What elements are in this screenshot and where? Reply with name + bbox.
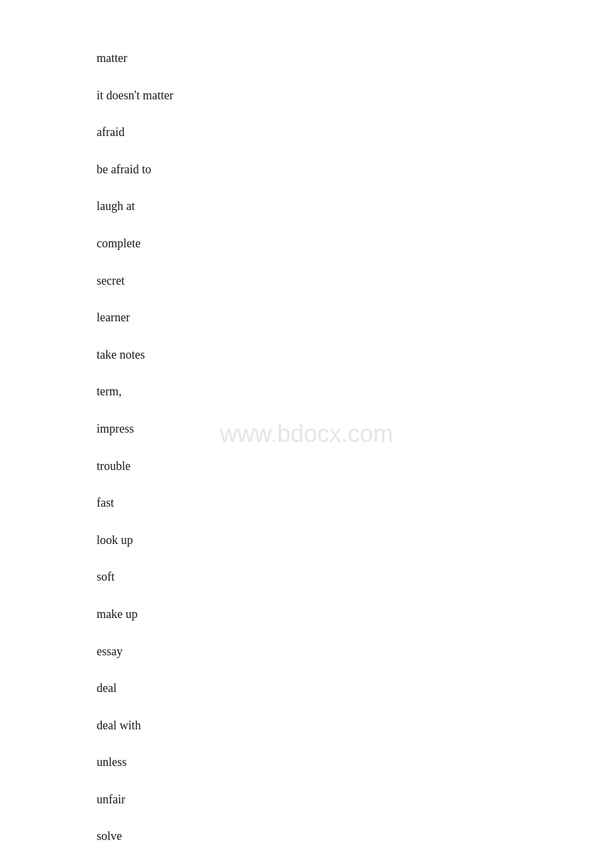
list-item: soft (97, 559, 613, 596)
list-item: regard (97, 855, 613, 868)
list-item: look up (97, 522, 613, 559)
word-list: matterit doesn't matterafraidbe afraid t… (0, 0, 613, 868)
list-item: secret (97, 263, 613, 300)
list-item: it doesn't matter (97, 77, 613, 115)
list-item: matter (97, 40, 613, 77)
list-item: trouble (97, 448, 613, 485)
list-item: unfair (97, 781, 613, 819)
list-item: make up (97, 596, 613, 633)
list-item: take notes (97, 337, 613, 374)
list-item: essay (97, 633, 613, 671)
list-item: be afraid to (97, 151, 613, 189)
list-item: unless (97, 744, 613, 781)
list-item: laugh at (97, 188, 613, 225)
list-item: solve (97, 818, 613, 855)
list-item: complete (97, 225, 613, 263)
list-item: term, (97, 373, 613, 411)
list-item: impress (97, 411, 613, 448)
list-item: deal (97, 670, 613, 707)
list-item: afraid (97, 114, 613, 151)
list-item: learner (97, 299, 613, 337)
list-item: fast (97, 485, 613, 522)
list-item: deal with (97, 707, 613, 745)
